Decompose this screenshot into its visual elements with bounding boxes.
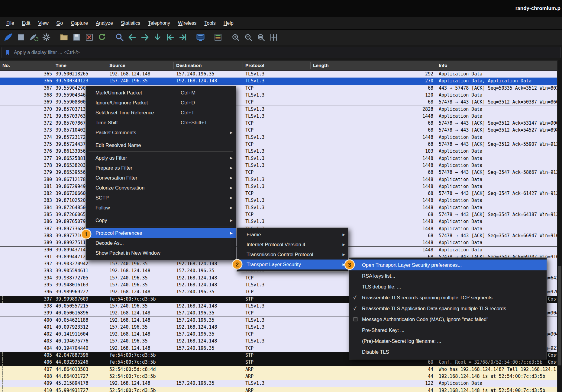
- tls-submenu-item-pre-shared-key[interactable]: Pre-Shared Key: ...: [349, 325, 547, 336]
- capture-options-icon[interactable]: [40, 31, 53, 44]
- context-menu-item-prepare-as-filter[interactable]: Prepare as Filter▶: [86, 163, 236, 173]
- context-menu-item-copy[interactable]: Copy▶: [86, 215, 236, 225]
- tls-submenu-item-rsa-keys-list[interactable]: RSA keys list...: [349, 270, 547, 281]
- context-menu-item-apply-as-filter[interactable]: Apply as Filter▶: [86, 153, 236, 163]
- open-file-icon[interactable]: [57, 31, 70, 44]
- close-file-icon[interactable]: [83, 31, 95, 44]
- packet-row-365[interactable]: 36539.500218265192.168.124.148157.240.19…: [0, 71, 562, 78]
- context-menu-item-conversation-filter[interactable]: Conversation Filter▶: [86, 173, 236, 183]
- menubar-item-edit[interactable]: Edit: [18, 18, 34, 28]
- go-to-packet-icon[interactable]: [151, 31, 164, 44]
- column-separator[interactable]: [436, 62, 436, 69]
- go-back-icon[interactable]: [126, 31, 138, 44]
- context-menu-item-ignore-unignore-packet[interactable]: Ignore/Unignore PacketCtrl+D: [86, 98, 236, 108]
- menubar-item-tools[interactable]: Tools: [200, 18, 219, 28]
- context-menu-item-set-unset-time-reference[interactable]: Set/Unset Time ReferenceCtrl+T: [86, 108, 236, 118]
- packet-row-408[interactable]: 40844.86403172752:54:00:7c:d3:5bARP44192…: [0, 373, 562, 380]
- column-header-length[interactable]: Length: [313, 61, 329, 70]
- menubar-item-go[interactable]: Go: [53, 18, 67, 28]
- column-header-info[interactable]: Info: [439, 61, 447, 70]
- packet-row-374[interactable]: 37439.857231724157.240.196.35192.168.124…: [0, 134, 562, 141]
- tls-submenu-item-tls-debug-file[interactable]: TLS debug file: ...: [349, 281, 547, 292]
- auto-scroll-icon[interactable]: [194, 31, 207, 44]
- column-separator[interactable]: [243, 62, 243, 69]
- menubar-item-file[interactable]: File: [2, 18, 18, 28]
- column-header-time[interactable]: Time: [56, 61, 66, 70]
- go-to-first-icon[interactable]: [164, 31, 176, 44]
- packet-row-383[interactable]: 38339.871025201157.240.196.35192.168.124…: [0, 197, 562, 204]
- packet-row-386[interactable]: 38639.897650791157.240.196.35192.168.124…: [0, 218, 562, 225]
- menubar-item-view[interactable]: View: [34, 18, 52, 28]
- stop-capture-icon[interactable]: [15, 31, 27, 44]
- column-separator[interactable]: [173, 62, 174, 69]
- resize-columns-icon[interactable]: [267, 31, 280, 44]
- packet-row-372[interactable]: 37239.857078675192.168.124.148157.240.19…: [0, 120, 562, 127]
- display-filter-input[interactable]: Apply a display filter ... <Ctrl-/>: [2, 47, 560, 58]
- packet-row-410[interactable]: 41045.99493172752:54:00:7c:d3:5bARP44192…: [0, 387, 562, 392]
- zoom-out-icon[interactable]: [242, 31, 254, 44]
- tls-submenu-item-reassemble-tls-records-spanning-multiple-tcp-segments[interactable]: √Reassemble TLS records spanning multipl…: [349, 292, 547, 303]
- column-separator[interactable]: [53, 62, 53, 69]
- column-header-protocol[interactable]: Protocol: [245, 61, 264, 70]
- column-header-source[interactable]: Source: [109, 61, 125, 70]
- start-capture-icon[interactable]: [2, 31, 15, 44]
- reload-file-icon[interactable]: [95, 31, 108, 44]
- packet-row-366[interactable]: 36639.500349123157.240.196.35192.168.124…: [0, 78, 562, 84]
- find-packet-icon[interactable]: [113, 31, 126, 44]
- go-to-last-icon[interactable]: [176, 31, 189, 44]
- protocol-submenu-item-transport-layer-security[interactable]: Transport Layer Security▶: [237, 260, 348, 269]
- menubar-item-help[interactable]: Help: [220, 18, 237, 28]
- protocol-submenu-item-transmission-control-protocol[interactable]: Transmission Control Protocol▶: [237, 250, 348, 260]
- tls-submenu-item-disable-tls[interactable]: Disable TLS: [349, 346, 547, 357]
- packet-row-367[interactable]: 36739.559042903157.240.196.35192.168.124…: [0, 85, 562, 92]
- packet-row-409[interactable]: 40945.215894178192.168.124.148157.240.19…: [0, 380, 562, 387]
- context-menu-item-time-shift[interactable]: Time Shift...Ctrl+Shift+T: [86, 118, 236, 128]
- menubar-item-telephony[interactable]: Telephony: [144, 18, 174, 28]
- packet-row-375[interactable]: 37539.857244376192.168.124.148157.240.19…: [0, 141, 562, 148]
- tls-submenu-item-message-authentication-code-mac-ignore-mac-failed[interactable]: Message Authentication Code (MAC), ignor…: [349, 314, 547, 325]
- context-menu-item-colorize-conversation[interactable]: Colorize Conversation▶: [86, 183, 236, 193]
- tls-submenu-item-reassemble-tls-application-data-spanning-multiple-tls-records[interactable]: √Reassemble TLS Application Data spannin…: [349, 303, 547, 314]
- tls-submenu-item-pre-master-secret-log-filename[interactable]: (Pre)-Master-Secret log filename: ...: [349, 336, 547, 346]
- packet-row-377[interactable]: 37739.865258814157.240.196.35192.168.124…: [0, 155, 562, 162]
- context-menu-item-edit-resolved-name[interactable]: Edit Resolved Name: [86, 140, 236, 150]
- packet-row-369[interactable]: 36939.559088001192.168.124.148157.240.19…: [0, 99, 562, 106]
- zoom-in-icon[interactable]: [229, 31, 242, 44]
- context-menu-item-sctp[interactable]: SCTP▶: [86, 193, 236, 203]
- column-separator[interactable]: [310, 62, 311, 69]
- packet-row-385[interactable]: 38539.872660654192.168.124.148157.240.19…: [0, 211, 562, 218]
- protocol-submenu-item-frame[interactable]: Frame▶: [237, 230, 348, 240]
- packet-row-381[interactable]: 38139.867299495157.240.196.35192.168.124…: [0, 183, 562, 190]
- column-separator[interactable]: [107, 62, 107, 69]
- context-menu-item-show-packet-in-new-window[interactable]: Show Packet in New Window: [86, 248, 236, 258]
- vertical-scrollbar[interactable]: [557, 60, 562, 392]
- context-menu-item-mark-unmark-packet[interactable]: Mark/Unmark PacketCtrl+M: [86, 88, 236, 98]
- packet-row-407[interactable]: 40744.86401350352:54:00:5d:c8:4dARP44Who…: [0, 366, 562, 373]
- context-menu-item-protocol-preferences[interactable]: Protocol Preferences▶: [86, 228, 236, 238]
- packet-row-379[interactable]: 37939.865395564192.168.124.148157.240.19…: [0, 169, 562, 176]
- packet-row-368[interactable]: 36839.559043467157.240.196.35192.168.124…: [0, 92, 562, 99]
- context-menu-item-packet-comments[interactable]: Packet Comments▶: [86, 128, 236, 138]
- menubar-item-capture[interactable]: Capture: [67, 18, 92, 28]
- protocol-submenu-item-internet-protocol-version-4[interactable]: Internet Protocol Version 4▶: [237, 240, 348, 250]
- packet-row-380[interactable]: 38039.867121788157.240.196.35192.168.124…: [0, 176, 562, 183]
- packet-row-373[interactable]: 37339.857104021192.168.124.148157.240.19…: [0, 127, 562, 134]
- menubar-item-statistics[interactable]: Statistics: [117, 18, 144, 28]
- tls-submenu-item-open-transport-layer-security-preferences[interactable]: Open Transport Layer Security preference…: [349, 260, 547, 270]
- scrollbar-thumb[interactable]: [558, 266, 561, 365]
- packet-row-371[interactable]: 37139.857037634157.240.196.35192.168.124…: [0, 113, 562, 120]
- packet-row-384[interactable]: 38439.872648503157.240.196.35192.168.124…: [0, 204, 562, 211]
- column-header-destination[interactable]: Destination: [176, 61, 202, 70]
- packet-row-382[interactable]: 38239.867306601192.168.124.148157.240.19…: [0, 190, 562, 197]
- restart-capture-icon[interactable]: [27, 31, 40, 44]
- go-forward-icon[interactable]: [138, 31, 151, 44]
- save-file-icon[interactable]: [70, 31, 83, 44]
- packet-row-406[interactable]: 40644.032935246fe:54:00:7c:d3:5bSTP60Con…: [0, 359, 562, 366]
- column-header-no[interactable]: No.: [2, 61, 10, 70]
- packet-row-378[interactable]: 37839.865382037157.240.196.35192.168.124…: [0, 162, 562, 169]
- packet-row-370[interactable]: 37039.857037134157.240.196.35192.168.124…: [0, 106, 562, 113]
- context-menu-item-follow[interactable]: Follow▶: [86, 203, 236, 213]
- packet-row-376[interactable]: 37639.861330561192.168.124.148157.240.19…: [0, 148, 562, 155]
- menubar-item-wireless[interactable]: Wireless: [174, 18, 200, 28]
- colorize-icon[interactable]: [212, 31, 224, 44]
